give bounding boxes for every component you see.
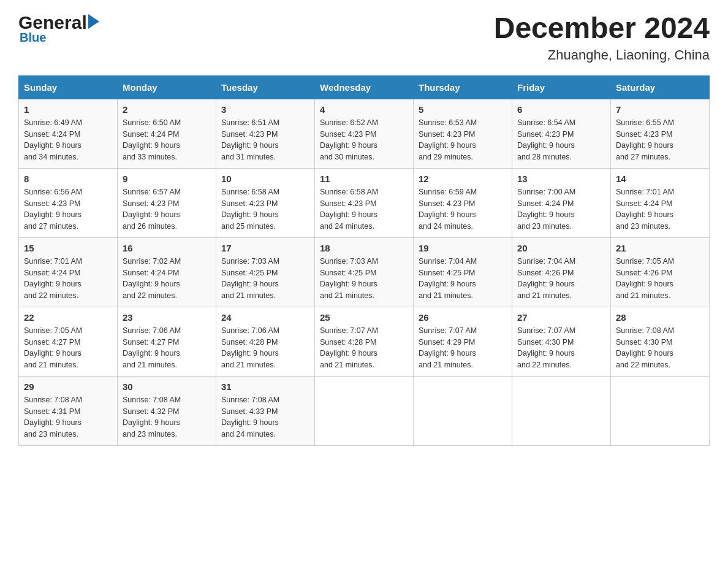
day-info: Sunrise: 7:08 AMSunset: 4:33 PMDaylight:…	[221, 394, 309, 440]
calendar-cell: 18Sunrise: 7:03 AMSunset: 4:25 PMDayligh…	[315, 237, 414, 307]
calendar-cell: 12Sunrise: 6:59 AMSunset: 4:23 PMDayligh…	[414, 168, 512, 237]
day-info: Sunrise: 7:00 AMSunset: 4:24 PMDaylight:…	[517, 186, 605, 232]
calendar-cell: 31Sunrise: 7:08 AMSunset: 4:33 PMDayligh…	[216, 376, 315, 445]
calendar-cell: 21Sunrise: 7:05 AMSunset: 4:26 PMDayligh…	[611, 237, 710, 307]
page-header: General Blue December 2024 Zhuanghe, Lia…	[18, 12, 710, 63]
day-info: Sunrise: 6:50 AMSunset: 4:24 PMDaylight:…	[123, 117, 211, 163]
day-number: 5	[419, 104, 507, 115]
day-info: Sunrise: 6:58 AMSunset: 4:23 PMDaylight:…	[221, 186, 309, 232]
calendar-cell: 27Sunrise: 7:07 AMSunset: 4:30 PMDayligh…	[512, 307, 611, 376]
day-number: 1	[24, 104, 112, 115]
day-number: 24	[221, 312, 309, 323]
page-title: December 2024	[494, 12, 710, 45]
day-info: Sunrise: 6:53 AMSunset: 4:23 PMDaylight:…	[419, 117, 507, 163]
header-wednesday: Wednesday	[315, 75, 414, 99]
logo-arrow-icon	[88, 14, 99, 29]
day-number: 7	[616, 104, 704, 115]
calendar-cell: 28Sunrise: 7:08 AMSunset: 4:30 PMDayligh…	[611, 307, 710, 376]
day-number: 22	[24, 312, 112, 323]
day-number: 11	[320, 174, 408, 184]
logo: General Blue	[18, 12, 99, 45]
day-number: 4	[320, 104, 408, 115]
day-number: 17	[221, 243, 309, 253]
header-thursday: Thursday	[414, 75, 512, 99]
day-number: 2	[123, 104, 211, 115]
calendar-cell: 13Sunrise: 7:00 AMSunset: 4:24 PMDayligh…	[512, 168, 611, 237]
day-number: 3	[221, 104, 309, 115]
day-info: Sunrise: 7:01 AMSunset: 4:24 PMDaylight:…	[24, 256, 112, 302]
day-info: Sunrise: 6:55 AMSunset: 4:23 PMDaylight:…	[616, 117, 704, 163]
page-subtitle: Zhuanghe, Liaoning, China	[494, 47, 710, 63]
header-sunday: Sunday	[19, 75, 118, 99]
calendar-cell: 29Sunrise: 7:08 AMSunset: 4:31 PMDayligh…	[19, 376, 118, 445]
day-info: Sunrise: 7:01 AMSunset: 4:24 PMDaylight:…	[616, 186, 704, 232]
calendar-week-row: 1Sunrise: 6:49 AMSunset: 4:24 PMDaylight…	[19, 99, 710, 168]
calendar-cell	[611, 376, 710, 445]
header-saturday: Saturday	[611, 75, 710, 99]
day-number: 25	[320, 312, 408, 323]
day-info: Sunrise: 7:08 AMSunset: 4:32 PMDaylight:…	[123, 394, 211, 440]
calendar-cell: 17Sunrise: 7:03 AMSunset: 4:25 PMDayligh…	[216, 237, 315, 307]
day-number: 26	[419, 312, 507, 323]
day-number: 30	[123, 381, 211, 392]
day-info: Sunrise: 7:04 AMSunset: 4:25 PMDaylight:…	[419, 256, 507, 302]
day-info: Sunrise: 7:03 AMSunset: 4:25 PMDaylight:…	[221, 256, 309, 302]
day-number: 27	[517, 312, 605, 323]
calendar-cell: 9Sunrise: 6:57 AMSunset: 4:23 PMDaylight…	[118, 168, 216, 237]
day-info: Sunrise: 7:05 AMSunset: 4:27 PMDaylight:…	[24, 325, 112, 371]
day-number: 14	[616, 174, 704, 184]
calendar-cell: 26Sunrise: 7:07 AMSunset: 4:29 PMDayligh…	[414, 307, 512, 376]
day-number: 10	[221, 174, 309, 184]
calendar-cell: 8Sunrise: 6:56 AMSunset: 4:23 PMDaylight…	[19, 168, 118, 237]
calendar-week-row: 29Sunrise: 7:08 AMSunset: 4:31 PMDayligh…	[19, 376, 710, 445]
calendar-week-row: 22Sunrise: 7:05 AMSunset: 4:27 PMDayligh…	[19, 307, 710, 376]
calendar-cell: 11Sunrise: 6:58 AMSunset: 4:23 PMDayligh…	[315, 168, 414, 237]
day-number: 21	[616, 243, 704, 253]
calendar-cell: 3Sunrise: 6:51 AMSunset: 4:23 PMDaylight…	[216, 99, 315, 168]
day-info: Sunrise: 6:51 AMSunset: 4:23 PMDaylight:…	[221, 117, 309, 163]
day-info: Sunrise: 7:06 AMSunset: 4:28 PMDaylight:…	[221, 325, 309, 371]
day-info: Sunrise: 6:59 AMSunset: 4:23 PMDaylight:…	[419, 186, 507, 232]
calendar-cell	[315, 376, 414, 445]
calendar-header-row: SundayMondayTuesdayWednesdayThursdayFrid…	[19, 75, 710, 99]
day-info: Sunrise: 7:07 AMSunset: 4:28 PMDaylight:…	[320, 325, 408, 371]
day-number: 13	[517, 174, 605, 184]
calendar-cell: 6Sunrise: 6:54 AMSunset: 4:23 PMDaylight…	[512, 99, 611, 168]
day-info: Sunrise: 7:07 AMSunset: 4:29 PMDaylight:…	[419, 325, 507, 371]
day-number: 12	[419, 174, 507, 184]
day-info: Sunrise: 7:05 AMSunset: 4:26 PMDaylight:…	[616, 256, 704, 302]
day-info: Sunrise: 6:57 AMSunset: 4:23 PMDaylight:…	[123, 186, 211, 232]
header-friday: Friday	[512, 75, 611, 99]
calendar-cell: 16Sunrise: 7:02 AMSunset: 4:24 PMDayligh…	[118, 237, 216, 307]
day-number: 9	[123, 174, 211, 184]
day-info: Sunrise: 7:02 AMSunset: 4:24 PMDaylight:…	[123, 256, 211, 302]
day-info: Sunrise: 7:08 AMSunset: 4:30 PMDaylight:…	[616, 325, 704, 371]
day-info: Sunrise: 7:07 AMSunset: 4:30 PMDaylight:…	[517, 325, 605, 371]
day-number: 23	[123, 312, 211, 323]
calendar-cell: 10Sunrise: 6:58 AMSunset: 4:23 PMDayligh…	[216, 168, 315, 237]
calendar-cell: 1Sunrise: 6:49 AMSunset: 4:24 PMDaylight…	[19, 99, 118, 168]
day-info: Sunrise: 7:08 AMSunset: 4:31 PMDaylight:…	[24, 394, 112, 440]
calendar-cell: 7Sunrise: 6:55 AMSunset: 4:23 PMDaylight…	[611, 99, 710, 168]
calendar-cell: 2Sunrise: 6:50 AMSunset: 4:24 PMDaylight…	[118, 99, 216, 168]
day-number: 8	[24, 174, 112, 184]
calendar-week-row: 15Sunrise: 7:01 AMSunset: 4:24 PMDayligh…	[19, 237, 710, 307]
calendar-cell: 20Sunrise: 7:04 AMSunset: 4:26 PMDayligh…	[512, 237, 611, 307]
day-number: 28	[616, 312, 704, 323]
day-info: Sunrise: 6:52 AMSunset: 4:23 PMDaylight:…	[320, 117, 408, 163]
calendar-week-row: 8Sunrise: 6:56 AMSunset: 4:23 PMDaylight…	[19, 168, 710, 237]
title-block: December 2024 Zhuanghe, Liaoning, China	[494, 12, 710, 63]
logo-general-text: General	[18, 12, 87, 33]
day-info: Sunrise: 6:58 AMSunset: 4:23 PMDaylight:…	[320, 186, 408, 232]
calendar-cell: 4Sunrise: 6:52 AMSunset: 4:23 PMDaylight…	[315, 99, 414, 168]
calendar-cell: 19Sunrise: 7:04 AMSunset: 4:25 PMDayligh…	[414, 237, 512, 307]
calendar-cell	[414, 376, 512, 445]
day-info: Sunrise: 7:06 AMSunset: 4:27 PMDaylight:…	[123, 325, 211, 371]
calendar-cell: 24Sunrise: 7:06 AMSunset: 4:28 PMDayligh…	[216, 307, 315, 376]
day-number: 18	[320, 243, 408, 253]
day-number: 16	[123, 243, 211, 253]
day-info: Sunrise: 6:56 AMSunset: 4:23 PMDaylight:…	[24, 186, 112, 232]
day-number: 29	[24, 381, 112, 392]
calendar-cell: 25Sunrise: 7:07 AMSunset: 4:28 PMDayligh…	[315, 307, 414, 376]
header-tuesday: Tuesday	[216, 75, 315, 99]
